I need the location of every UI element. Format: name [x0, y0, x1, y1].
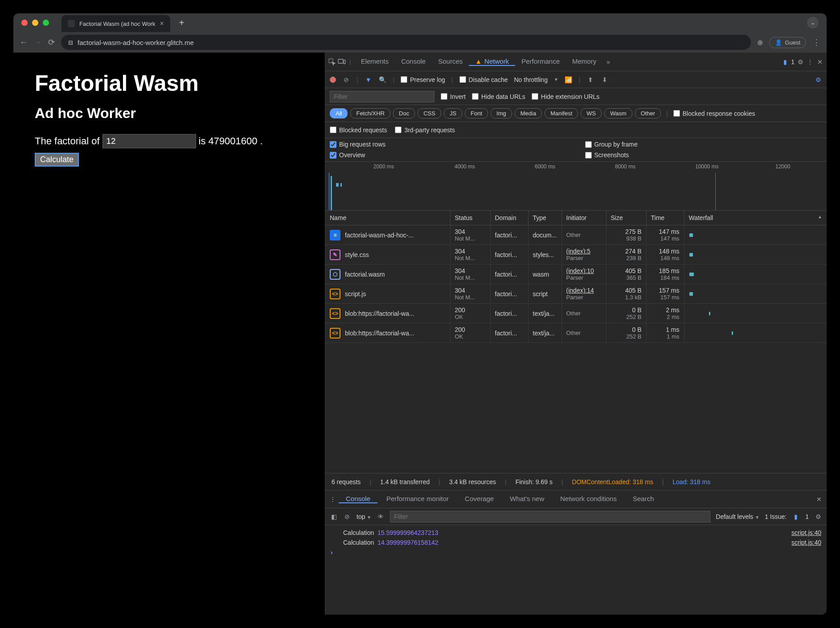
profile-badge[interactable]: 👤 Guest	[769, 37, 806, 48]
back-icon[interactable]: ←	[20, 38, 28, 47]
network-settings-icon[interactable]: ⚙	[814, 76, 822, 84]
table-row[interactable]: <>blob:https://factorial-wa...200OKfacto…	[325, 304, 827, 323]
drawer-menu-icon[interactable]: ⋮	[329, 495, 337, 503]
clear-icon[interactable]: ⊘	[342, 76, 350, 84]
devtools-tab-elements[interactable]: Elements	[355, 57, 395, 65]
chip-all[interactable]: All	[330, 108, 348, 118]
invert-checkbox[interactable]: Invert	[441, 93, 466, 100]
close-drawer-icon[interactable]: ✕	[815, 495, 823, 503]
blocked-cookies-checkbox[interactable]: Blocked response cookies	[673, 110, 755, 117]
throttling-caret-icon[interactable]: ▼	[554, 77, 558, 82]
log-source-link[interactable]: script.js:40	[791, 529, 821, 536]
console-sidebar-icon[interactable]: ◧	[330, 513, 338, 521]
third-party-checkbox[interactable]: 3rd-party requests	[395, 126, 455, 134]
network-conditions-icon[interactable]: 📶	[565, 76, 573, 84]
column-initiator[interactable]: Initiator	[561, 211, 606, 225]
close-devtools-icon[interactable]: ✕	[816, 58, 824, 66]
column-status[interactable]: Status	[450, 211, 490, 225]
devtools-tab-memory[interactable]: Memory	[566, 57, 602, 65]
column-size[interactable]: Size	[606, 211, 646, 225]
chip-wasm[interactable]: Wasm	[604, 108, 632, 118]
url-input[interactable]: ⊟ factorial-wasm-ad-hoc-worker.glitch.me	[61, 35, 751, 50]
zoom-icon[interactable]: ⊕	[757, 38, 763, 47]
drawer-tab-network-conditions[interactable]: Network conditions	[553, 495, 624, 503]
blocked-requests-checkbox[interactable]: Blocked requests	[330, 126, 387, 134]
drawer-tab-console[interactable]: Console	[339, 495, 377, 503]
devtools-tab-performance[interactable]: Performance	[515, 57, 566, 65]
console-clear-icon[interactable]: ⊘	[343, 513, 351, 521]
filter-toggle-icon[interactable]: ▼	[365, 76, 373, 84]
console-filter-input[interactable]	[390, 511, 710, 522]
overview-checkbox[interactable]: Overview	[330, 151, 567, 159]
filter-input[interactable]	[330, 91, 434, 102]
disable-cache-checkbox[interactable]: Disable cache	[459, 76, 508, 83]
table-row[interactable]: <>script.js304Not M...factori...script(i…	[325, 284, 827, 304]
record-icon[interactable]	[330, 77, 336, 83]
console-prompt-icon[interactable]: ›	[331, 549, 333, 556]
devtools-tab-network[interactable]: ▲Network	[469, 57, 515, 66]
column-time[interactable]: Time	[646, 211, 684, 225]
log-source-link[interactable]: script.js:40	[791, 539, 821, 546]
reload-icon[interactable]: ⟳	[48, 37, 55, 47]
issue-badge-icon[interactable]: ▮	[792, 513, 800, 521]
throttling-select[interactable]: No throttling	[514, 76, 547, 83]
search-icon[interactable]: 🔍	[379, 76, 387, 84]
drawer-tab-search[interactable]: Search	[626, 495, 661, 503]
live-expression-icon[interactable]: 👁	[377, 513, 385, 521]
drawer-tab-performance-monitor[interactable]: Performance monitor	[379, 495, 456, 503]
chip-fetchxhr[interactable]: Fetch/XHR	[350, 108, 390, 118]
console-settings-icon[interactable]: ⚙	[814, 513, 822, 521]
export-har-icon[interactable]: ⬇	[601, 76, 609, 84]
column-name[interactable]: Name	[325, 211, 450, 225]
chip-doc[interactable]: Doc	[393, 108, 415, 118]
minimize-window-icon[interactable]	[32, 20, 38, 26]
import-har-icon[interactable]: ⬆	[586, 76, 594, 84]
chip-ws[interactable]: WS	[581, 108, 602, 118]
tabs-dropdown-icon[interactable]: ⌄	[807, 17, 819, 29]
preserve-log-checkbox[interactable]: Preserve log	[401, 76, 445, 83]
column-type[interactable]: Type	[528, 211, 561, 225]
factorial-input[interactable]	[102, 134, 196, 148]
forward-icon[interactable]: →	[34, 38, 42, 47]
settings-icon[interactable]: ⚙	[796, 58, 804, 66]
table-row[interactable]: ⬡factorial.wasm304Not M...factori...wasm…	[325, 265, 827, 284]
issues-icon[interactable]: ▮	[781, 58, 789, 66]
table-row[interactable]: <>blob:https://factorial-wa...200OKfacto…	[325, 323, 827, 343]
log-levels-select[interactable]: Default levels ▼	[716, 513, 759, 520]
kebab-menu-icon[interactable]: ⋮	[806, 58, 814, 66]
context-select[interactable]: top ▼	[356, 513, 371, 520]
table-row[interactable]: ≡factorial-wasm-ad-hoc-...304Not M...fac…	[325, 225, 827, 245]
chip-font[interactable]: Font	[465, 108, 488, 118]
devtools-tab-console[interactable]: Console	[395, 57, 432, 65]
menu-icon[interactable]: ⋮	[812, 37, 820, 47]
devtools-panel: | ElementsConsoleSources▲NetworkPerforma…	[325, 53, 827, 615]
device-mode-icon[interactable]	[338, 58, 346, 66]
column-waterfall[interactable]: Waterfall▲	[684, 211, 827, 225]
screenshots-checkbox[interactable]: Screenshots	[585, 151, 823, 159]
hide-data-urls-checkbox[interactable]: Hide data URLs	[472, 93, 525, 100]
chip-css[interactable]: CSS	[418, 108, 441, 118]
group-frame-checkbox[interactable]: Group by frame	[585, 141, 823, 148]
close-tab-icon[interactable]: ×	[160, 20, 164, 28]
chip-media[interactable]: Media	[515, 108, 542, 118]
devtools-tab-sources[interactable]: Sources	[432, 57, 469, 65]
browser-tab[interactable]: Factorial Wasm (ad hoc Work ×	[61, 15, 170, 32]
close-window-icon[interactable]	[21, 20, 28, 26]
drawer-tab-coverage[interactable]: Coverage	[458, 495, 501, 503]
chip-other[interactable]: Other	[635, 108, 661, 118]
maximize-window-icon[interactable]	[43, 20, 49, 26]
drawer-tab-what's-new[interactable]: What's new	[503, 495, 551, 503]
chip-img[interactable]: Img	[491, 108, 512, 118]
site-info-icon[interactable]: ⊟	[68, 39, 73, 46]
more-tabs-icon[interactable]: »	[604, 58, 612, 66]
big-rows-checkbox[interactable]: Big request rows	[330, 141, 567, 148]
column-domain[interactable]: Domain	[490, 211, 528, 225]
new-tab-button[interactable]: +	[179, 18, 184, 28]
table-row[interactable]: ✎style.css304Not M...factori...styles...…	[325, 245, 827, 265]
chip-manifest[interactable]: Manifest	[545, 108, 578, 118]
inspect-element-icon[interactable]	[328, 58, 336, 66]
calculate-button[interactable]: Calculate	[35, 153, 79, 167]
timeline-overview[interactable]: 2000 ms4000 ms6000 ms8000 ms10000 ms1200…	[325, 162, 827, 211]
hide-extension-urls-checkbox[interactable]: Hide extension URLs	[532, 93, 600, 100]
chip-js[interactable]: JS	[444, 108, 462, 118]
